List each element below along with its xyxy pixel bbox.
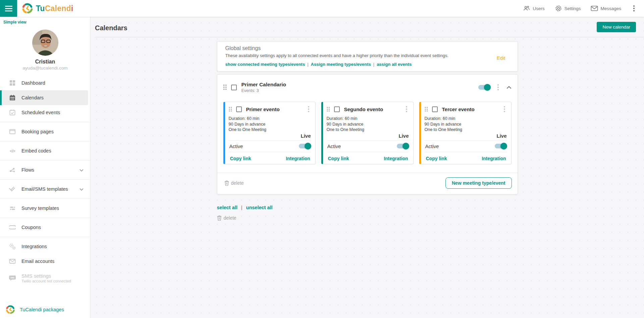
unselect-all-link[interactable]: unselect all	[246, 205, 273, 210]
delete-calendar-label: delete	[231, 180, 244, 186]
drag-handle-icon[interactable]	[327, 107, 330, 112]
delete-selected-button[interactable]: delete	[217, 215, 518, 221]
sidebar-item-booking-pages[interactable]: Booking pages	[0, 124, 88, 139]
event-duration: Duration: 60 min	[327, 116, 409, 122]
browser-icon	[9, 128, 16, 135]
sidebar-item-survey-templates[interactable]: Survey templates	[0, 201, 88, 216]
sidebar-item-embed-codes[interactable]: </> Embed codes	[0, 143, 88, 158]
calendar-check-icon	[9, 109, 16, 116]
assign-meeting-types-link[interactable]: Assign meeting types/events	[311, 62, 371, 67]
global-settings-description: These availability settings apply to all…	[225, 53, 477, 58]
delete-selected-label: delete	[224, 215, 236, 221]
envelope-icon	[9, 258, 16, 265]
trash-icon	[224, 180, 229, 186]
sidebar-item-dashboard[interactable]: Dashboard	[0, 76, 88, 90]
copy-link-button[interactable]: Copy link	[230, 156, 251, 161]
event-checkbox[interactable]	[334, 106, 340, 112]
sidebar-item-label: Coupons	[21, 225, 41, 230]
calendar-checkbox[interactable]	[231, 85, 237, 90]
sidebar-item-subtitle: Twilio account not connected	[21, 279, 71, 283]
sidebar-item-flows[interactable]: Flows	[0, 163, 88, 177]
gear-icon	[555, 5, 562, 12]
event-card: Tercer evento Duration: 60 min 90 Days i…	[419, 102, 512, 164]
event-checkbox[interactable]	[236, 106, 242, 112]
copy-link-button[interactable]: Copy link	[328, 156, 349, 161]
calendar-overflow-menu[interactable]	[496, 84, 500, 91]
event-live-badge: Live	[229, 133, 311, 139]
integration-button[interactable]: Integration	[482, 156, 506, 161]
event-duration: Duration: 60 min	[425, 116, 507, 122]
avatar-image	[32, 30, 58, 56]
calendar-active-toggle[interactable]	[478, 85, 490, 90]
brand-name: TuCalendi	[36, 4, 73, 13]
event-meeting-type: One to One Meeting	[425, 127, 507, 133]
calendar-icon	[9, 94, 16, 101]
sidebar-item-email-sms-templates[interactable]: Email/SMS templates	[0, 182, 88, 196]
copy-link-button[interactable]: Copy link	[426, 156, 447, 161]
divider	[327, 152, 409, 152]
nav-messages-label: Messages	[600, 6, 621, 11]
sidebar-item-coupons[interactable]: Coupons	[0, 220, 88, 235]
drag-handle-icon[interactable]	[223, 84, 227, 90]
hamburger-menu-button[interactable]	[0, 0, 17, 17]
event-overflow-menu[interactable]	[404, 105, 409, 113]
sidebar-item-calendars[interactable]: Calendars	[0, 90, 88, 105]
sidebar-item-label: Flows	[21, 167, 34, 173]
sidebar-item-label: Integrations	[21, 244, 47, 249]
show-connected-link[interactable]: show connected meeting types/events	[225, 62, 305, 67]
event-overflow-menu[interactable]	[502, 105, 507, 113]
event-checkbox[interactable]	[432, 106, 438, 112]
divider	[327, 140, 409, 141]
link-separator: |	[307, 62, 308, 67]
sidebar-item-sms-settings[interactable]: SMS SMS settings Twilio account not conn…	[0, 269, 88, 287]
sidebar-item-scheduled-events[interactable]: Scheduled events	[0, 105, 88, 120]
edit-global-settings-link[interactable]: Edit	[497, 55, 505, 61]
header-overflow-menu[interactable]	[631, 5, 637, 12]
sidebar-item-integrations[interactable]: Integrations	[0, 239, 88, 254]
event-active-toggle[interactable]	[397, 144, 408, 148]
drag-handle-icon[interactable]	[229, 107, 232, 112]
global-settings-title: Global settings	[225, 45, 477, 51]
global-settings-card: Global settings These availability setti…	[217, 41, 518, 72]
delete-calendar-button[interactable]: delete	[224, 180, 244, 186]
integration-button[interactable]: Integration	[384, 156, 408, 161]
select-all-link[interactable]: select all	[217, 205, 237, 210]
tucalendi-packages-link[interactable]: TuCalendi packages	[5, 305, 64, 315]
divider	[229, 152, 311, 152]
simple-view-link[interactable]: Simple view	[3, 20, 26, 25]
assign-all-events-link[interactable]: assign all events	[377, 62, 412, 67]
sidebar-nav: Dashboard Calendars Scheduled events Boo…	[0, 76, 90, 287]
sidebar-item-email-accounts[interactable]: Email accounts	[0, 254, 88, 269]
sidebar-divider	[0, 122, 90, 122]
new-meeting-type-button[interactable]: New meeting type/event	[445, 177, 512, 189]
sms-icon: SMS	[9, 274, 16, 282]
page-title-divider	[95, 37, 644, 37]
nav-messages[interactable]: Messages	[591, 5, 621, 12]
code-icon: </>	[9, 147, 16, 154]
nav-users[interactable]: Users	[523, 5, 544, 12]
avatar[interactable]	[32, 30, 58, 56]
event-advance: 90 Days in advance	[229, 122, 311, 127]
user-name: Cristian	[0, 59, 90, 65]
brand-logo: TuCalendi	[21, 2, 73, 14]
event-active-toggle[interactable]	[299, 144, 310, 148]
sidebar-item-label: Embed codes	[21, 148, 51, 153]
drag-handle-icon[interactable]	[425, 107, 428, 112]
sidebar-divider	[0, 160, 90, 161]
event-active-label: Active	[425, 143, 439, 149]
link-separator: |	[241, 205, 243, 210]
flow-icon	[9, 166, 16, 174]
event-active-toggle[interactable]	[495, 144, 506, 148]
event-meeting-type: One to One Meeting	[229, 127, 311, 133]
event-advance: 90 Days in advance	[327, 122, 409, 127]
sidebar-item-label: Booking pages	[21, 129, 54, 134]
event-overflow-menu[interactable]	[306, 105, 311, 113]
integration-button[interactable]: Integration	[286, 156, 310, 161]
tucalendi-logo-icon	[21, 2, 34, 14]
sidebar-item-label: SMS settings	[21, 273, 71, 279]
event-card: Segundo evento Duration: 60 min 90 Days …	[321, 102, 414, 164]
nav-settings[interactable]: Settings	[555, 5, 581, 12]
sidebar-item-label: Calendars	[21, 95, 44, 100]
new-calendar-button[interactable]: New calendar	[597, 22, 636, 32]
chevron-up-icon[interactable]	[506, 84, 512, 90]
